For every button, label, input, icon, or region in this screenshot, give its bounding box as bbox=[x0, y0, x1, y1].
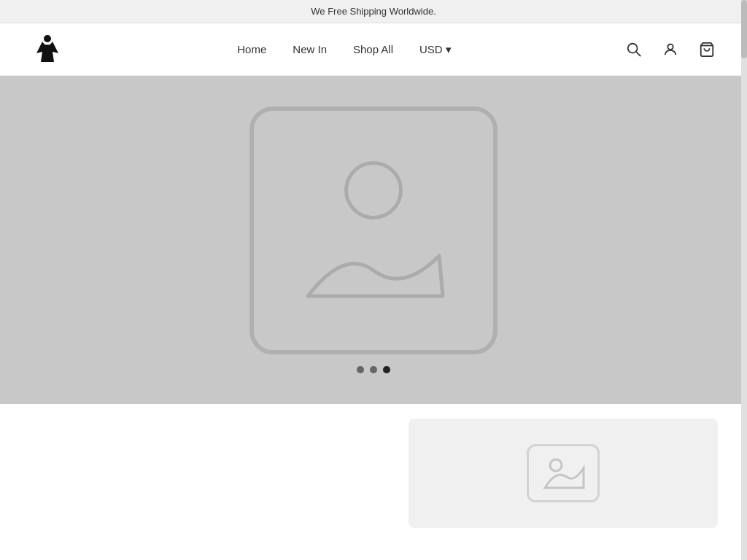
announcement-text: We Free Shipping Worldwide. bbox=[311, 6, 436, 17]
announcement-bar: We Free Shipping Worldwide. bbox=[0, 0, 747, 23]
scrollbar-track[interactable] bbox=[741, 0, 747, 560]
account-icon bbox=[662, 42, 678, 58]
placeholder-content bbox=[301, 161, 446, 300]
logo-icon bbox=[29, 31, 66, 68]
svg-point-5 bbox=[550, 459, 562, 471]
carousel-dots bbox=[357, 366, 390, 373]
product-placeholder-icon bbox=[541, 455, 585, 491]
carousel-dot-3[interactable] bbox=[383, 366, 390, 373]
nav-home[interactable]: Home bbox=[237, 43, 266, 55]
hero-banner bbox=[0, 76, 747, 404]
currency-label: USD bbox=[419, 43, 443, 55]
main-nav: Home New In Shop All USD ▾ bbox=[237, 43, 451, 56]
cart-icon bbox=[699, 42, 715, 58]
svg-point-1 bbox=[628, 43, 638, 52]
currency-selector[interactable]: USD ▾ bbox=[419, 43, 452, 56]
svg-point-3 bbox=[667, 44, 673, 49]
placeholder-circle-icon bbox=[344, 161, 403, 219]
search-button[interactable] bbox=[623, 39, 645, 61]
nav-shop-all[interactable]: Shop All bbox=[353, 43, 393, 55]
account-button[interactable] bbox=[659, 39, 681, 61]
logo[interactable] bbox=[29, 31, 66, 68]
site-header: Home New In Shop All USD ▾ bbox=[0, 23, 747, 76]
carousel-dot-1[interactable] bbox=[357, 366, 364, 373]
svg-point-0 bbox=[44, 35, 51, 42]
currency-arrow-icon: ▾ bbox=[446, 43, 452, 56]
products-section bbox=[0, 404, 747, 542]
scrollbar-thumb[interactable] bbox=[741, 0, 747, 58]
placeholder-mountain-icon bbox=[301, 241, 446, 300]
cart-button[interactable] bbox=[696, 39, 718, 61]
nav-new-in[interactable]: New In bbox=[293, 43, 327, 55]
carousel-dot-2[interactable] bbox=[370, 366, 377, 373]
header-icons bbox=[623, 39, 718, 61]
hero-image-placeholder bbox=[249, 106, 498, 354]
svg-line-2 bbox=[636, 52, 640, 56]
product-image-placeholder bbox=[527, 444, 600, 502]
product-card-1[interactable] bbox=[409, 419, 718, 528]
search-icon bbox=[626, 42, 642, 58]
